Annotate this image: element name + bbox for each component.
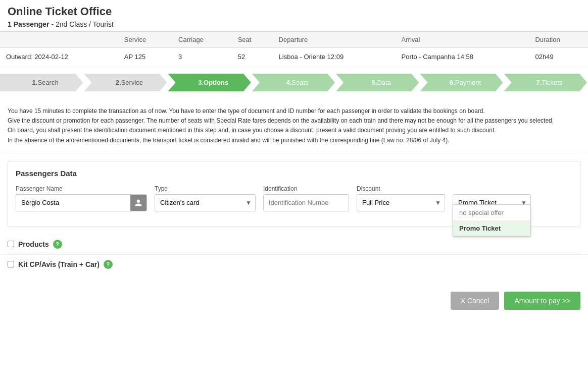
col-service: Service — [118, 32, 172, 48]
col-label — [0, 32, 118, 48]
info-line1: You have 15 minutes to complete the tran… — [8, 106, 580, 116]
row-duration: 02h49 — [529, 48, 588, 66]
promo-group: no special offer Promo Ticket ▼ no speci… — [453, 185, 531, 211]
kit-label[interactable]: Kit CP/Avis (Train + Car) — [18, 260, 100, 268]
col-duration: Duration — [529, 32, 588, 48]
step-payment[interactable]: 6.Payment — [420, 74, 503, 91]
row-carriage: 3 — [172, 48, 232, 66]
type-select-wrapper: Citizen's card Passport Other ▼ — [155, 194, 256, 211]
passenger-name-group: Passenger Name — [16, 185, 147, 211]
pay-button[interactable]: Amount to pay >> — [504, 292, 580, 310]
step-6-label: 6.Payment — [450, 79, 481, 86]
col-arrival: Arrival — [396, 32, 529, 48]
step-search[interactable]: 1.Search — [0, 74, 83, 91]
row-service: AP 125 — [118, 48, 172, 66]
passengers-section: Passengers Data Passenger Name Type Citi… — [8, 161, 580, 227]
products-row: Products ? — [0, 235, 588, 254]
step-3-label: 3.Options — [198, 79, 228, 86]
discount-select-wrapper: Full Price Senior Youth Family ▼ — [357, 194, 445, 211]
type-label: Type — [155, 185, 256, 192]
identification-group: Identification — [263, 185, 349, 211]
table-row: Outward: 2024-02-12 AP 125 3 52 Lisboa -… — [0, 48, 588, 66]
page-title: Online Ticket Office — [8, 5, 580, 18]
info-line4: In the absence of the aforementioned doc… — [8, 136, 580, 145]
identification-input[interactable] — [263, 194, 349, 211]
dropdown-promo-ticket[interactable]: Promo Ticket — [453, 220, 530, 236]
row-label: Outward: 2024-02-12 — [0, 48, 118, 66]
step-data[interactable]: 5.Data — [336, 74, 419, 91]
info-text: You have 15 minutes to complete the tran… — [0, 99, 588, 153]
passenger-icon-button[interactable] — [130, 195, 146, 211]
steps-nav: 1.Search 2.Service 3.Options 4.Seats 5.D… — [0, 74, 588, 91]
step-2-label: 2.Service — [116, 79, 143, 86]
discount-group: Discount Full Price Senior Youth Family … — [357, 185, 445, 211]
class-info: - 2nd Class / Tourist — [51, 20, 113, 28]
passenger-name-label: Passenger Name — [16, 185, 147, 192]
step-seats[interactable]: 4.Seats — [252, 74, 335, 91]
header: Online Ticket Office 1 Passenger - 2nd C… — [0, 0, 588, 31]
col-departure: Departure — [273, 32, 396, 48]
products-label[interactable]: Products — [18, 240, 49, 248]
passenger-name-input[interactable] — [16, 195, 130, 211]
step-options[interactable]: 3.Options — [168, 74, 251, 91]
step-tickets[interactable]: 7.Tickets — [504, 74, 587, 91]
step-service[interactable]: 2.Service — [84, 74, 167, 91]
dropdown-no-offer[interactable]: no special offer — [453, 205, 530, 220]
row-seat: 52 — [232, 48, 273, 66]
kit-row: Kit CP/Avis (Train + Car) ? — [0, 254, 588, 274]
promo-label — [453, 185, 531, 192]
discount-label: Discount — [357, 185, 445, 192]
kit-help-icon[interactable]: ? — [104, 260, 113, 269]
passenger-subtitle: 1 Passenger - 2nd Class / Tourist — [8, 20, 580, 28]
col-carriage: Carriage — [172, 32, 232, 48]
step-7-label: 7.Tickets — [536, 79, 563, 86]
person-icon — [134, 199, 142, 207]
step-5-label: 5.Data — [372, 79, 391, 86]
passenger-form-row: Passenger Name Type Citizen's card Passp… — [16, 185, 572, 211]
type-select[interactable]: Citizen's card Passport Other — [155, 194, 256, 211]
kit-checkbox[interactable] — [8, 261, 14, 267]
ticket-table: Service Carriage Seat Departure Arrival … — [0, 31, 588, 66]
row-departure: Lisboa - Oriente 12:09 — [273, 48, 396, 66]
row-arrival: Porto - Campanha 14:58 — [396, 48, 529, 66]
step-4-label: 4.Seats — [286, 79, 308, 86]
products-help-icon[interactable]: ? — [53, 240, 62, 249]
type-group: Type Citizen's card Passport Other ▼ — [155, 185, 256, 211]
identification-label: Identification — [263, 185, 349, 192]
discount-select[interactable]: Full Price Senior Youth Family — [357, 194, 445, 211]
info-line2: Give the discount or promotion for each … — [8, 116, 580, 126]
footer-buttons: X Cancel Amount to pay >> — [0, 284, 588, 317]
promo-dropdown[interactable]: no special offer Promo Ticket — [453, 204, 531, 237]
products-checkbox[interactable] — [8, 241, 14, 247]
passengers-title: Passengers Data — [16, 169, 572, 178]
step-1-label: 1.Search — [32, 79, 59, 86]
passenger-count: 1 Passenger — [8, 20, 50, 28]
cancel-button[interactable]: X Cancel — [451, 292, 500, 310]
col-seat: Seat — [232, 32, 273, 48]
info-line3: On board, you shall present the identifi… — [8, 126, 580, 135]
passenger-name-input-wrapper — [16, 194, 147, 211]
